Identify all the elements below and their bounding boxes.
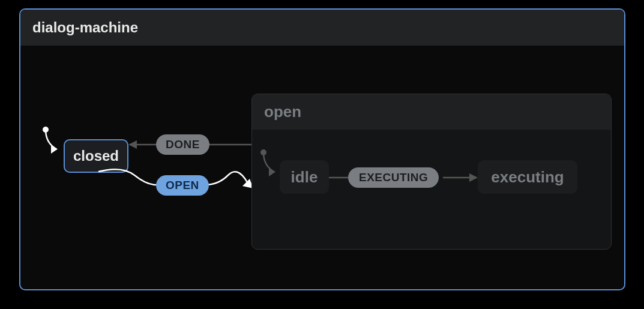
state-label-open: open [252, 94, 611, 130]
state-node-idle[interactable]: idle [280, 160, 329, 194]
event-pill-open[interactable]: OPEN [156, 175, 209, 196]
state-node-executing[interactable]: executing [478, 160, 577, 194]
event-pill-done[interactable]: DONE [156, 134, 209, 155]
svg-marker-7 [269, 168, 275, 176]
initial-marker-icon [260, 149, 281, 176]
svg-marker-4 [128, 140, 137, 149]
event-pill-executing[interactable]: EXECUTING [348, 167, 439, 188]
initial-marker-icon [43, 127, 64, 154]
svg-marker-10 [469, 173, 478, 182]
svg-marker-1 [51, 145, 57, 154]
machine-container: dialog-machine closed DONE OPEN open [19, 8, 625, 290]
state-node-open[interactable]: open idle EXECUTING executing [251, 94, 612, 250]
machine-title: dialog-machine [20, 10, 624, 46]
